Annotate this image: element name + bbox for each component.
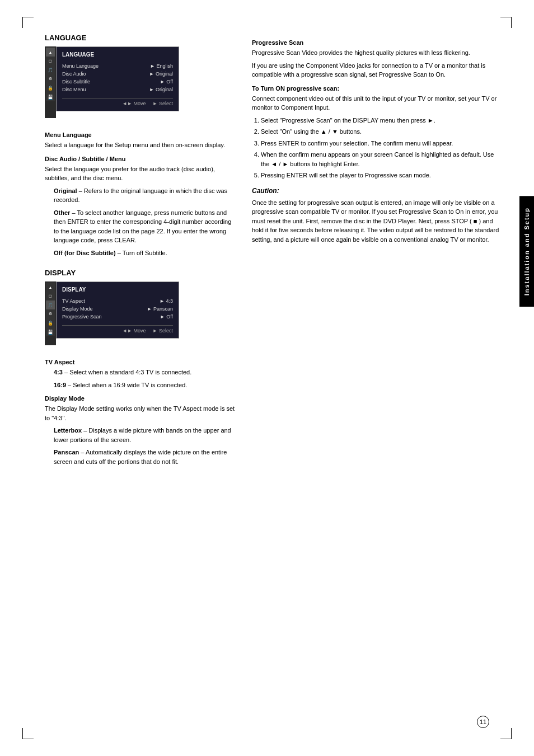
- corner-mark-br: [500, 728, 512, 739]
- ratio-43-block: 4:3 – Select when a standard 4:3 TV is c…: [54, 368, 235, 377]
- off-term: Off (for Disc Subtitle): [54, 250, 116, 256]
- display-menu-box: DISPLAY TV Aspect ► 4:3 Display Mode ► P…: [56, 281, 179, 339]
- letterbox-term: Letterbox: [54, 427, 82, 434]
- other-term: Other: [54, 209, 70, 216]
- sidebar-icon-3: 🎵: [46, 65, 55, 74]
- display-sidebar-icon-2: ◻: [46, 292, 55, 300]
- display-menu-row-1: TV Aspect ► 4:3: [62, 297, 173, 305]
- letterbox-text: Letterbox – Displays a wide picture with…: [54, 426, 235, 444]
- ratio-43-desc: – Select when a standard 4:3 TV is conne…: [64, 369, 191, 375]
- menu-language-heading: Menu Language: [45, 132, 235, 138]
- language-menu-wrapper: ▲ ◻ 🎵 ⚙ 🔒 💾 LANGUAGE Menu Language: [45, 46, 235, 125]
- display-sidebar-icon-5: 🔒: [46, 318, 55, 327]
- display-sidebar-icon-3: 🎵: [46, 300, 55, 309]
- page-number: 11: [477, 716, 489, 728]
- language-menu-box: LANGUAGE Menu Language ► English Disc Au…: [56, 46, 179, 111]
- step-2: Select "On" using the ▲ / ▼ buttons.: [261, 127, 500, 137]
- left-column: LANGUAGE ▲ ◻ 🎵 ⚙ 🔒 💾: [45, 34, 235, 477]
- language-menu-row-3: Disc Subtitle ► Off: [62, 78, 173, 86]
- ratio-169-block: 16:9 – Select when a 16:9 wide TV is con…: [54, 381, 235, 390]
- turn-on-intro: Connect component video out of this unit…: [252, 94, 500, 112]
- panscan-text: Panscan – Automatically displays the wid…: [54, 448, 235, 466]
- language-menu-row-4: Disc Menu ► Original: [62, 86, 173, 93]
- ratio-169-text: 16:9 – Select when a 16:9 wide TV is con…: [54, 381, 235, 390]
- caution-title: Caution:: [252, 186, 500, 196]
- off-desc: – Turn off Subtitle.: [118, 250, 167, 256]
- language-menu-nav: ◄► Move ► Select: [62, 98, 173, 106]
- right-column: Progressive Scan Progressive Scan Video …: [252, 34, 500, 477]
- progressive-scan-steps: Select "Progressive Scan" on the DISPLAY…: [261, 116, 500, 180]
- other-desc: – To select another language, press nume…: [54, 209, 231, 244]
- step-4: When the confirm menu appears on your sc…: [261, 150, 500, 168]
- step-3: Press ENTER to confirm your selection. T…: [261, 139, 500, 148]
- off-desc-text: Off (for Disc Subtitle) – Turn off Subti…: [54, 248, 235, 258]
- step-1: Select "Progressive Scan" on the DISPLAY…: [261, 116, 500, 125]
- sidebar-icon-5: 🔒: [46, 83, 55, 92]
- display-mode-intro: The Display Mode setting works only when…: [45, 404, 235, 422]
- panscan-desc: – Automatically displays the wide pictur…: [54, 449, 227, 465]
- display-title: DISPLAY: [45, 269, 235, 277]
- display-menu-row-2: Display Mode ► Panscan: [62, 305, 173, 313]
- turn-on-heading: To Turn ON progressive scan:: [252, 85, 500, 92]
- display-menu-wrapper: ▲ ◻ 🎵 ⚙ 🔒 💾 DISPLAY TV Aspect: [45, 281, 235, 352]
- progressive-scan-section: Progressive Scan Progressive Scan Video …: [252, 39, 500, 244]
- ratio-43-text: 4:3 – Select when a standard 4:3 TV is c…: [54, 368, 235, 377]
- language-menu-row-2: Disc Audio ► Original: [62, 70, 173, 78]
- original-desc: – Refers to the original language in whi…: [54, 187, 227, 204]
- other-desc-text: Other – To select another language, pres…: [54, 208, 235, 245]
- step-5: Pressing ENTER will set the player to Pr…: [261, 171, 500, 180]
- display-menu-title: DISPLAY: [62, 287, 173, 294]
- panscan-block: Panscan – Automatically displays the wid…: [54, 448, 235, 466]
- disc-audio-heading: Disc Audio / Subtitle / Menu: [45, 156, 235, 162]
- progressive-scan-heading: Progressive Scan: [252, 39, 500, 46]
- sidebar-icon-1: ▲: [46, 48, 55, 57]
- sidebar-icon-6: 💾: [46, 92, 55, 101]
- progressive-scan-intro1: Progressive Scan Video provides the high…: [252, 48, 500, 58]
- menu-language-text: Select a language for the Setup menu and…: [45, 140, 235, 150]
- ratio-169-term: 16:9: [54, 382, 66, 388]
- page-container: Installation and Setup LANGUAGE ▲ ◻ 🎵 ⚙: [0, 0, 534, 756]
- display-menu-row-3: Progressive Scan ► Off: [62, 313, 173, 321]
- ratio-169-desc: – Select when a 16:9 wide TV is connecte…: [68, 382, 187, 388]
- language-section: LANGUAGE ▲ ◻ 🎵 ⚙ 🔒 💾: [45, 34, 235, 257]
- display-section: DISPLAY ▲ ◻ 🎵 ⚙ 🔒 💾: [45, 269, 235, 466]
- disc-audio-text: Select the language you prefer for the a…: [45, 165, 235, 183]
- panscan-term: Panscan: [54, 449, 79, 456]
- display-sidebar-icon-1: ▲: [46, 283, 55, 292]
- language-menu-row-1: Menu Language ► English: [62, 62, 173, 70]
- display-menu-nav: ◄► Move ► Select: [62, 325, 173, 334]
- original-block: Original – Refers to the original langua…: [54, 186, 235, 205]
- tv-aspect-heading: TV Aspect: [45, 359, 235, 365]
- caution-text: Once the setting for progressive scan ou…: [252, 198, 500, 245]
- corner-mark-bl: [22, 728, 34, 739]
- corner-mark-tr: [500, 17, 512, 28]
- caution-block: Caution: Once the setting for progressiv…: [252, 186, 500, 245]
- display-sidebar-icon-4: ⚙: [46, 309, 55, 318]
- other-block: Other – To select another language, pres…: [54, 208, 235, 245]
- ratio-43-term: 4:3: [54, 369, 63, 375]
- off-block: Off (for Disc Subtitle) – Turn off Subti…: [54, 248, 235, 258]
- progressive-scan-intro2: If you are using the Component Video jac…: [252, 61, 500, 79]
- sidebar-icon-2: ◻: [46, 57, 55, 65]
- language-menu-title: LANGUAGE: [62, 51, 173, 59]
- main-content: LANGUAGE ▲ ◻ 🎵 ⚙ 🔒 💾: [45, 34, 500, 477]
- original-desc-text: Original – Refers to the original langua…: [54, 186, 235, 205]
- display-mode-heading: Display Mode: [45, 395, 235, 402]
- corner-mark-tl: [22, 17, 34, 28]
- original-term: Original: [54, 187, 77, 194]
- letterbox-block: Letterbox – Displays a wide picture with…: [54, 426, 235, 444]
- sidebar-tab: Installation and Setup: [519, 196, 534, 307]
- display-sidebar-icon-6: 💾: [46, 327, 55, 336]
- language-title: LANGUAGE: [45, 34, 235, 42]
- sidebar-icon-4: ⚙: [46, 74, 55, 83]
